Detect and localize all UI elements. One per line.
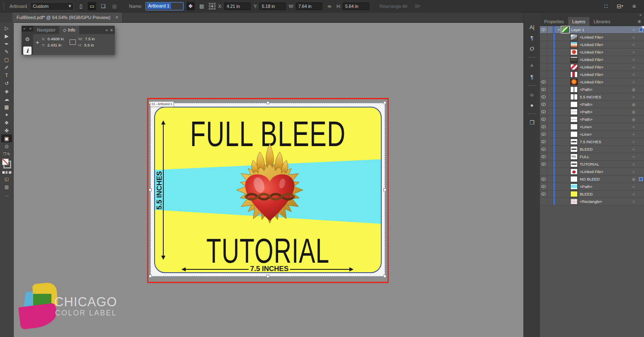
layer-row[interactable]: BLEED○ <box>540 146 644 153</box>
expand-chevron-icon[interactable]: ▾ <box>556 28 562 32</box>
lock-cell[interactable] <box>547 63 553 71</box>
close-panel-icon[interactable]: × <box>29 27 31 31</box>
layer-row[interactable]: <Linked File>○ <box>540 71 644 78</box>
target-circle-icon[interactable]: ○ <box>630 162 637 166</box>
tab-info[interactable]: ◇ Info <box>59 26 79 34</box>
visibility-eye-icon[interactable] <box>540 161 547 168</box>
screen-mode-button[interactable]: ▥ <box>5 184 9 190</box>
pathfinder-panel-icon[interactable]: ❐ <box>526 118 538 127</box>
collapse-panels-icon[interactable]: » <box>639 13 642 17</box>
layer-thumbnail[interactable] <box>570 124 578 130</box>
artboard-preset-dropdown[interactable]: Custom ▾ <box>30 2 74 10</box>
curvature-tool[interactable]: ✎ <box>1 48 12 56</box>
lock-cell[interactable] <box>547 71 553 78</box>
layer-name[interactable]: <Rectangle> <box>580 199 630 204</box>
visibility-empty-cell[interactable] <box>540 168 547 175</box>
layer-name[interactable]: <Linked File> <box>580 50 630 54</box>
layer-thumbnail[interactable] <box>570 139 578 145</box>
edit-toolbar-button[interactable]: … <box>5 192 9 197</box>
panel-tab-properties[interactable]: Properties <box>540 17 568 26</box>
artboard-name-input[interactable]: Artboard 1 <box>145 2 184 10</box>
target-circle-icon[interactable]: ◎ <box>630 177 637 181</box>
lock-cell[interactable] <box>547 56 553 63</box>
lock-cell[interactable] <box>547 190 553 198</box>
symbol-sprayer-tool[interactable]: ✤ <box>1 127 12 134</box>
visibility-empty-cell[interactable] <box>540 56 547 63</box>
lock-cell[interactable] <box>547 78 553 85</box>
lock-cell[interactable] <box>547 161 553 168</box>
lock-cell[interactable] <box>547 26 553 33</box>
rearrange-all-button[interactable]: Rearrange All <box>376 3 411 10</box>
layer-thumbnail[interactable]: FULL <box>570 154 578 160</box>
layer-thumbnail[interactable] <box>562 27 569 33</box>
layer-name[interactable]: 5.5 INCHES <box>580 95 630 99</box>
layer-name[interactable]: BLEED <box>580 147 630 151</box>
target-circle-icon[interactable]: ○ <box>630 155 637 159</box>
arrange-documents-button[interactable]: ⊟▾ <box>616 2 624 10</box>
visibility-eye-icon[interactable] <box>540 123 547 130</box>
drawing-modes-button[interactable]: ◱ <box>5 176 9 182</box>
visibility-empty-cell[interactable] <box>540 63 547 71</box>
visibility-eye-icon[interactable] <box>540 101 547 108</box>
lock-cell[interactable] <box>547 41 553 48</box>
lock-cell[interactable] <box>547 153 553 160</box>
target-circle-icon[interactable]: ○ <box>630 170 637 174</box>
layer-thumbnail[interactable] <box>570 191 578 197</box>
layer-thumbnail[interactable] <box>570 64 578 70</box>
selected-art-square[interactable] <box>639 177 643 181</box>
layer-name[interactable]: NO BLEED <box>580 177 630 181</box>
layer-name[interactable]: <Path> <box>580 117 630 122</box>
layer-row[interactable]: <Line>○ <box>540 123 644 131</box>
pen-tool[interactable]: ✒ <box>1 40 12 48</box>
layer-name[interactable]: TUTORIAL <box>580 162 630 166</box>
target-circle-icon[interactable]: ○ <box>630 35 637 39</box>
layer-row[interactable]: <Path>◎ <box>540 116 644 123</box>
target-circle-icon[interactable]: ○ <box>630 140 637 144</box>
selection-handle[interactable] <box>383 101 386 104</box>
layer-thumbnail[interactable] <box>570 71 578 78</box>
lock-cell[interactable] <box>547 86 553 93</box>
lock-cell[interactable] <box>547 183 553 190</box>
artboard-options-button[interactable]: ▤ <box>198 2 206 10</box>
target-circle-icon[interactable]: ○ <box>630 192 637 196</box>
visibility-empty-cell[interactable] <box>540 71 547 78</box>
layer-thumbnail[interactable] <box>570 183 578 190</box>
layer-thumbnail[interactable] <box>570 101 578 107</box>
eyedropper-tool[interactable]: ✦ <box>1 111 12 119</box>
layer-name[interactable]: <Linked File> <box>580 169 630 174</box>
layer-name[interactable]: <Linked File> <box>580 57 630 62</box>
lock-cell[interactable] <box>547 176 553 183</box>
layer-thumbnail[interactable] <box>570 168 578 175</box>
panel-tab-libraries[interactable]: Libraries <box>589 17 614 26</box>
layer-row[interactable]: <Rectangle>○ <box>540 198 644 205</box>
reference-point-locator[interactable] <box>209 3 215 10</box>
app-menu-button[interactable]: ≡ <box>630 2 638 10</box>
opentype-panel-icon[interactable]: O <box>526 44 538 53</box>
appearance-panel-icon[interactable]: ☼ <box>526 90 538 99</box>
target-circle-icon[interactable]: ◎ <box>630 117 637 122</box>
layer-name[interactable]: 7.5 INCHES <box>580 139 630 144</box>
type-tool[interactable]: T <box>1 71 12 79</box>
visibility-empty-cell[interactable] <box>540 49 547 56</box>
target-circle-icon[interactable]: ○ <box>630 95 637 99</box>
target-circle-icon[interactable]: ○ <box>630 200 637 204</box>
layer-thumbnail[interactable] <box>570 42 578 48</box>
artboard-grid-menu-button[interactable]: ⊞ ▾ <box>414 2 422 10</box>
selection-handle[interactable] <box>266 101 269 104</box>
rotate-view-icon[interactable]: ↻ <box>7 152 10 156</box>
layer-row[interactable]: <Linked File>○ <box>540 34 644 41</box>
close-tab-icon[interactable]: × <box>115 15 118 20</box>
selection-handle[interactable] <box>383 275 386 278</box>
layer-thumbnail[interactable] <box>570 94 578 100</box>
layer-thumbnail[interactable] <box>570 176 578 182</box>
visibility-eye-icon[interactable] <box>540 153 547 160</box>
panel-menu-icon[interactable]: ≡ <box>110 28 113 32</box>
panel-tab-layers[interactable]: Layers <box>568 17 590 26</box>
width-tool[interactable]: ☁ <box>1 95 12 103</box>
panel-menu-icon[interactable]: ≡ <box>634 17 644 26</box>
rotate-tool[interactable]: ↺ <box>1 79 12 87</box>
layer-name[interactable]: <Path> <box>580 102 630 107</box>
layer-row[interactable]: <Linked File>○ <box>540 78 644 86</box>
visibility-eye-icon[interactable] <box>540 108 547 115</box>
layer-name[interactable]: <Path> <box>580 110 630 114</box>
